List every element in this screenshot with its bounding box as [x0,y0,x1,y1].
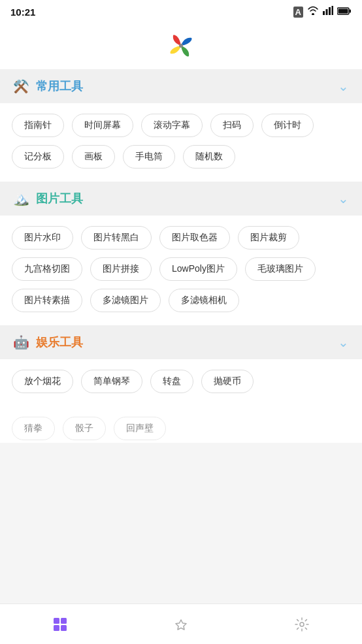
tag-multi-filter-camera[interactable]: 多滤镜相机 [169,289,239,312]
tag-flashlight[interactable]: 手电筒 [123,145,175,169]
wifi-icon [307,6,319,18]
svg-rect-6 [350,10,352,13]
tag-echo-wall[interactable]: 回声壁 [114,417,166,440]
section-title-entertainment: 🤖 娱乐工具 [13,334,83,350]
section-header-entertainment[interactable]: 🤖 娱乐工具 ⌄ [0,325,362,359]
common-tools-label: 常用工具 [36,78,83,94]
tag-scoreboard[interactable]: 记分板 [12,145,64,169]
status-bar: 10:21 A [0,0,362,24]
tag-crop[interactable]: 图片裁剪 [238,226,299,250]
svg-rect-5 [338,9,348,14]
section-header-common[interactable]: ⚒️ 常用工具 ⌄ [0,69,362,103]
tag-watermark[interactable]: 图片水印 [12,226,73,250]
tag-rock-paper[interactable]: 猜拳 [12,417,55,440]
nav-item-favorites[interactable] [159,610,203,639]
svg-rect-10 [54,625,59,631]
status-time: 10:21 [10,7,35,18]
image-tools-icon: 🏔️ [13,191,29,206]
tag-scroll-text[interactable]: 滚动字幕 [141,114,203,137]
favorites-nav-icon [172,615,190,634]
section-header-image[interactable]: 🏔️ 图片工具 ⌄ [0,182,362,216]
tag-nine-grid[interactable]: 九宫格切图 [12,257,82,281]
settings-nav-icon [293,615,311,634]
tag-random-number[interactable]: 随机数 [183,145,235,169]
battery-icon [337,6,352,18]
section-title-image: 🏔️ 图片工具 [13,191,83,206]
tag-frosted-glass[interactable]: 毛玻璃图片 [245,257,316,281]
common-tools-chevron[interactable]: ⌄ [338,78,349,94]
tag-collage[interactable]: 图片拼接 [90,257,152,281]
tag-time-screen[interactable]: 时间屏幕 [72,114,133,137]
svg-rect-1 [326,9,328,15]
section-image-tools: 🏔️ 图片工具 ⌄ 图片水印 图片转黑白 图片取色器 图片裁剪 九宫格切图 图片… [0,182,362,325]
tag-color-picker[interactable]: 图片取色器 [159,226,230,250]
tag-multi-filter[interactable]: 多滤镜图片 [90,289,161,312]
svg-rect-11 [61,625,67,631]
entertainment-tools-chevron[interactable]: ⌄ [338,334,349,350]
image-tools-label: 图片工具 [36,191,83,206]
tag-bw[interactable]: 图片转黑白 [81,226,152,250]
svg-rect-0 [323,11,325,15]
app-logo [167,31,195,60]
tag-piano[interactable]: 简单钢琴 [81,370,142,393]
nav-item-tools[interactable] [38,610,82,639]
common-tools-icon: ⚒️ [13,78,29,94]
image-tools-tag-list: 图片水印 图片转黑白 图片取色器 图片裁剪 九宫格切图 图片拼接 LowPoly… [0,216,362,325]
tag-lowpoly[interactable]: LowPoly图片 [159,257,237,281]
entertainment-tools-tag-list: 放个烟花 简单钢琴 转盘 抛硬币 [0,359,362,406]
section-title-common: ⚒️ 常用工具 [13,78,83,94]
keyboard-icon: A [293,7,303,18]
nav-item-settings[interactable] [280,610,324,639]
signal-icon [323,6,333,18]
svg-point-12 [300,622,304,626]
entertainment-tools-label: 娱乐工具 [36,334,83,350]
tag-dice[interactable]: 骰子 [63,417,106,440]
tag-fireworks[interactable]: 放个烟花 [12,370,73,393]
svg-rect-8 [54,618,59,624]
svg-point-7 [179,44,183,48]
status-icons: A [293,6,352,18]
svg-rect-2 [329,7,331,15]
tag-spinner[interactable]: 转盘 [150,370,193,393]
partial-entertainment-row: 猜拳 骰子 回声壁 [0,406,362,443]
entertainment-tools-icon: 🤖 [13,334,29,350]
tag-sketch[interactable]: 图片转素描 [12,289,82,312]
common-tools-tag-list: 指南针 时间屏幕 滚动字幕 扫码 倒计时 记分板 画板 手电筒 随机数 [0,103,362,182]
tag-canvas[interactable]: 画板 [72,145,115,169]
section-common-tools: ⚒️ 常用工具 ⌄ 指南针 时间屏幕 滚动字幕 扫码 倒计时 记分板 画板 手电… [0,69,362,182]
tools-nav-icon [51,615,69,634]
bottom-navigation [0,604,362,644]
section-entertainment-tools: 🤖 娱乐工具 ⌄ 放个烟花 简单钢琴 转盘 抛硬币 猜拳 骰子 回声壁 [0,325,362,443]
image-tools-chevron[interactable]: ⌄ [338,191,349,206]
svg-rect-9 [61,618,67,624]
tag-countdown[interactable]: 倒计时 [261,114,314,137]
tag-scan-code[interactable]: 扫码 [210,114,254,137]
tag-coin-flip[interactable]: 抛硬币 [201,370,254,393]
tag-compass[interactable]: 指南针 [12,114,64,137]
svg-rect-3 [332,6,334,15]
app-header [0,24,362,69]
